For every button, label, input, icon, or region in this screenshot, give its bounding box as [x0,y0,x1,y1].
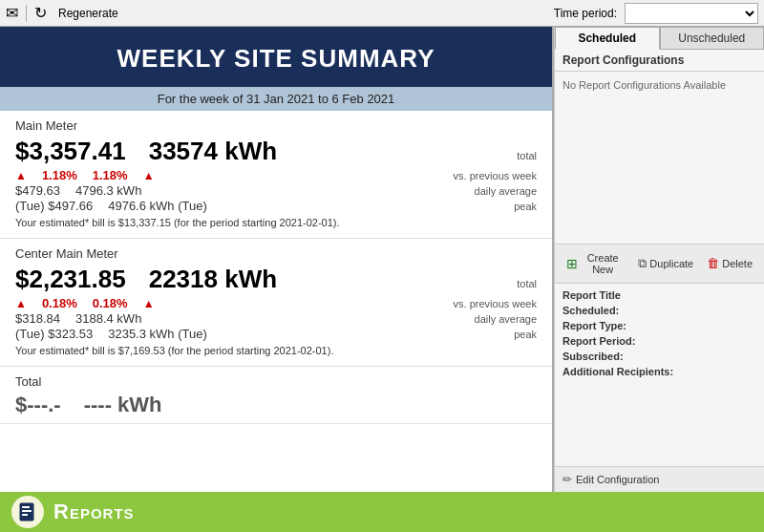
delete-icon: 🗑 [707,256,719,270]
main-meter-kwh: 33574 kWh [149,137,277,166]
main-meter-daily-row: $479.63 4796.3 kWh daily average [15,183,537,198]
section-main-meter: Main Meter $3,357.41 33574 kWh total ▲ 1… [0,111,552,239]
main-layout: WEEKLY SITE SUMMARY For the week of 31 J… [0,27,764,492]
panel-actions: ⊞ Create New ⧉ Duplicate 🗑 Delete [555,244,764,284]
time-period-select[interactable] [625,3,758,24]
center-meter-daily-row: $318.84 3188.4 kWh daily average [15,311,537,326]
config-details: Report Title Scheduled: Report Type: Rep… [555,284,764,467]
main-meter-daily-label: daily average [475,185,537,197]
center-meter-change-row: ▲ 0.18% 0.18% ▲ vs. previous week [15,296,537,310]
section-center-main-meter: Center Main Meter $2,231.85 22318 kWh to… [0,239,552,367]
center-meter-daily-label: daily average [475,313,537,325]
main-meter-arrow-kwh: ▲ [143,169,155,182]
config-scheduled-label: Scheduled: [562,305,648,316]
duplicate-label: Duplicate [649,258,693,269]
separator-1 [26,5,27,22]
center-meter-title: Center Main Meter [15,246,537,261]
tab-scheduled[interactable]: Scheduled [555,27,660,50]
center-meter-change-kwh: 0.18% [93,296,128,310]
regenerate-button[interactable]: Regenerate [54,5,122,22]
main-meter-peak-kwh: 4976.6 kWh (Tue) [108,199,207,213]
total-kwh: ---- kWh [84,393,162,417]
configs-list: No Report Configurations Available [555,72,764,244]
main-meter-total-label: total [517,150,537,161]
reports-svg-icon [17,501,38,522]
config-recipients-row: Additional Recipients: [562,366,756,377]
bottom-bar: Reports [0,492,764,532]
regenerate-label: Regenerate [58,7,118,20]
main-meter-prev-week-label: vs. previous week [454,170,537,181]
total-main-row: $---.- ---- kWh [15,393,537,417]
section-total: Total $---.- ---- kWh [0,367,552,424]
center-meter-daily-kwh: 3188.4 kWh [75,311,141,326]
config-recipients-label: Additional Recipients: [562,366,673,377]
edit-configuration-button[interactable]: ✏ Edit Configuration [555,466,764,492]
center-meter-change-cost: 0.18% [42,296,77,310]
center-meter-peak-row: (Tue) $323.53 3235.3 kWh (Tue) peak [15,327,537,341]
main-meter-change-row: ▲ 1.18% 1.18% ▲ vs. previous week [15,168,537,182]
main-meter-peak-cost: (Tue) $497.66 [15,199,93,213]
main-meter-bill-note: Your estimated* bill is $13,337.15 (for … [15,217,537,228]
center-meter-kwh: 22318 kWh [149,265,277,294]
main-meter-change-cost: 1.18% [42,168,77,182]
config-title-label: Report Title [562,289,648,301]
edit-label: Edit Configuration [576,474,659,485]
config-type-label: Report Type: [562,320,648,331]
svg-rect-1 [22,506,30,508]
center-meter-peak-label: peak [514,329,537,340]
bottom-bar-title: Reports [53,500,135,524]
main-meter-change-kwh: 1.18% [93,168,128,182]
total-cost: $---.- [15,393,61,417]
config-subscribed-label: Subscribed: [562,351,648,362]
main-meter-cost: $3,357.41 [15,137,126,166]
main-meter-main-row: $3,357.41 33574 kWh total [15,137,537,166]
time-period-label: Time period: [554,7,617,20]
report-subheader: For the week of 31 Jan 2021 to 6 Feb 202… [0,87,552,111]
delete-button[interactable]: 🗑 Delete [703,254,756,272]
center-meter-daily-cost: $318.84 [15,311,60,326]
email-icon[interactable]: ✉ [6,4,18,22]
tab-unscheduled[interactable]: Unscheduled [660,27,765,49]
duplicate-button[interactable]: ⧉ Duplicate [634,254,697,273]
toolbar: ✉ ↻ Regenerate Time period: [0,0,764,27]
report-title: WEEKLY SITE SUMMARY [10,44,542,74]
svg-rect-3 [22,514,28,516]
center-meter-cost: $2,231.85 [15,265,126,294]
config-scheduled-row: Scheduled: [562,305,756,316]
create-new-button[interactable]: ⊞ Create New [562,250,628,277]
config-type-row: Report Type: [562,320,756,331]
duplicate-icon: ⧉ [638,256,647,271]
center-meter-peak-cost: (Tue) $323.53 [15,327,93,341]
center-meter-prev-week-label: vs. previous week [454,298,537,309]
total-title: Total [15,374,537,389]
right-panel: Scheduled Unscheduled Report Configurati… [554,27,764,492]
delete-label: Delete [722,258,753,269]
main-meter-title: Main Meter [15,118,537,133]
config-subscribed-row: Subscribed: [562,351,756,362]
center-meter-main-row: $2,231.85 22318 kWh total [15,265,537,294]
main-meter-arrow-cost: ▲ [15,169,27,182]
center-meter-arrow-cost: ▲ [15,297,27,310]
center-meter-total-label: total [517,278,537,289]
reports-icon [11,496,44,528]
report-area[interactable]: WEEKLY SITE SUMMARY For the week of 31 J… [0,27,554,492]
create-icon: ⊞ [566,256,578,271]
edit-icon: ✏ [562,473,572,486]
no-configs-text: No Report Configurations Available [555,72,764,98]
center-meter-bill-note: Your estimated* bill is $7,169.53 (for t… [15,345,537,356]
config-title-row: Report Title [562,289,756,301]
center-meter-peak-kwh: 3235.3 kWh (Tue) [108,327,207,341]
main-meter-peak-row: (Tue) $497.66 4976.6 kWh (Tue) peak [15,199,537,213]
main-meter-daily-kwh: 4796.3 kWh [75,183,141,198]
report-date-range: For the week of 31 Jan 2021 to 6 Feb 202… [158,92,395,106]
main-meter-daily-cost: $479.63 [15,183,60,198]
config-period-label: Report Period: [562,335,648,347]
main-meter-peak-label: peak [514,201,537,212]
report-header: WEEKLY SITE SUMMARY [0,27,552,87]
refresh-icon[interactable]: ↻ [34,4,47,22]
svg-rect-2 [22,510,32,512]
center-meter-arrow-kwh: ▲ [143,297,155,310]
tab-bar: Scheduled Unscheduled [555,27,764,50]
panel-section-title: Report Configurations [555,50,764,72]
create-label: Create New [581,252,625,275]
